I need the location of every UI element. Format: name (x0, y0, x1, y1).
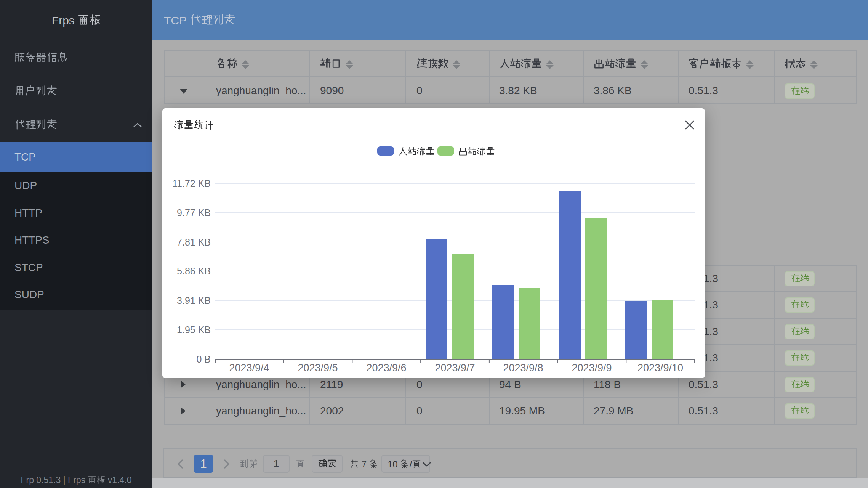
svg-text:2023/9/6: 2023/9/6 (366, 362, 406, 374)
svg-text:2023/9/4: 2023/9/4 (229, 362, 269, 374)
svg-text:1.95 KB: 1.95 KB (177, 324, 211, 335)
svg-text:2023/9/8: 2023/9/8 (503, 362, 543, 374)
svg-text:11.72 KB: 11.72 KB (172, 178, 211, 189)
svg-text:9.77 KB: 9.77 KB (177, 207, 211, 218)
svg-text:2023/9/5: 2023/9/5 (298, 362, 338, 374)
svg-text:2023/9/7: 2023/9/7 (435, 362, 475, 374)
svg-text:5.86 KB: 5.86 KB (177, 266, 211, 276)
svg-text:7.81 KB: 7.81 KB (177, 237, 211, 247)
svg-text:0 B: 0 B (196, 354, 211, 364)
svg-text:2023/9/10: 2023/9/10 (637, 362, 683, 374)
svg-text:3.91 KB: 3.91 KB (177, 295, 211, 306)
svg-text:2023/9/9: 2023/9/9 (572, 362, 612, 374)
